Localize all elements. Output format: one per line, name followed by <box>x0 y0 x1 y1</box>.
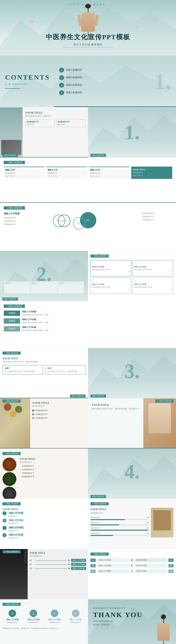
keyword-row-3: 关键词 请输入文字标题 请在这里输入您的文字内容，感谢 <box>4 326 172 332</box>
progress-half: 3. 请输入标题内容 YOUR TITLE 添加数据的文字 Subtitle h… <box>88 499 176 549</box>
row-final: 4. 请输入标题内容 1. 请输入文字标题 添加数据的文字 2. 请输入文字标题… <box>0 599 176 644</box>
diagram-header: 1. 请输入标题内容 <box>4 206 25 210</box>
row-section2: 添加文字 添加文字 添加文字 2. 请输入标题内容 2. 请输入标题内容 " 请… <box>0 251 176 301</box>
main-subtitle: 医疗工作汇报/教育报告 <box>0 43 176 46</box>
row-herbs2: 5. 请输入标题内容 YOUR TITLE 医疗系统的文字 → 添加数据的文字 … <box>0 449 176 499</box>
product-half: PRODUCT YOUR TITLE 医疗系统的文字 01 请输入文字标题 <box>0 549 88 599</box>
section-header-right: 请输入标题内容 <box>91 154 106 157</box>
herbs-half: YOUR TITLE 医疗系统的文字 添加数据的文字 添加数据的文字 <box>0 398 88 449</box>
quote-half: 2. 请输入标题内容 " 请输入文字标题 请在这里输入您的文字内容 " " 请输… <box>88 251 176 301</box>
card-4: YOUR TITLE 添加数据的文字 请输入说明文字 <box>131 167 172 179</box>
row-treatment: 3. 请输入标题内容 YOUR TITLE 1 请输入文字标题 添加数据的文字 … <box>0 499 176 549</box>
title-slide: 🌸 🌸 YOUR TITLE 精品模板 中医养生文化宣传PPT模板 医疗工作汇报… <box>0 0 176 55</box>
contents-slide: CONTENTS 目 录 DIRECTORY 1 请输入标题内容 2 请输入标题… <box>0 56 176 107</box>
row-3: YOUR TITLE 请添加领的文字说明，感恩的文字 添加数据的文字 请输入说明… <box>0 107 176 158</box>
keyword-row-2: 关键词 请输入文字标题 请在这里输入您的文字内容，感谢 <box>4 318 172 324</box>
main-title: 中医养生文化宣传PPT模板 <box>0 33 176 41</box>
section-number-1: 1. <box>124 122 140 142</box>
big-number: 1. <box>154 68 171 94</box>
card-3: 请输入文字 添加数据的文字 请输入说明文字 <box>89 167 130 179</box>
keyword-row-1: 关键词 请输入文字标题 请在这里输入您的文字内容，感谢 <box>4 310 172 316</box>
card-1: 请输入文字 添加数据的文字 请输入说明文字 <box>4 167 45 179</box>
treatment-half: YOUR TITLE 请在这里输入您的文字内容，感谢使用本模板，添加更多文字 3… <box>88 398 176 449</box>
section-number-3: 3. <box>124 361 140 381</box>
row-product: PRODUCT YOUR TITLE 医疗系统的文字 01 请输入文字标题 <box>0 549 176 599</box>
herbs2-half: 5. 请输入标题内容 YOUR TITLE 医疗系统的文字 → 添加数据的文字 … <box>0 449 88 499</box>
slides-container: 🌸 🌸 YOUR TITLE 精品模板 中医养生文化宣传PPT模板 医疗工作汇报… <box>0 0 176 644</box>
keyword-slide: 2. 请输入标题内容 关键词 请输入文字标题 请在这里输入您的文字内容，感谢 关… <box>0 301 176 348</box>
keyword-header: 2. 请输入标题内容 <box>4 305 25 308</box>
steps-half: 4. 请输入标题内容 1. 请输入文字标题 添加数据的文字 2. 请输入文字标题… <box>0 599 88 644</box>
section1-half: 1. 请输入标题内容 <box>88 107 176 158</box>
row-textboxes: 2. 请输入标题内容 YOUR TITLE 请在这里输入您的文字内容，感谢使用本… <box>0 348 176 398</box>
herbs-image <box>0 398 30 449</box>
treatment-list-half: 3. 请输入标题内容 YOUR TITLE 1 请输入文字标题 添加数据的文字 … <box>0 499 88 549</box>
cards-header: 1. 请输入标题内容 <box>4 161 25 164</box>
arrows-half: 4. 请输入标题内容 01 请输入文字标题 添加文字说明 04 02 请输入文字… <box>88 549 176 599</box>
text-boxes-half: 2. 请输入标题内容 YOUR TITLE 请在这里输入您的文字内容，感谢使用本… <box>0 348 88 398</box>
massage-image <box>0 107 23 158</box>
row-herbs: YOUR TITLE 医疗系统的文字 添加数据的文字 添加数据的文字 <box>0 398 176 449</box>
thankyou-half: 添加数据的文字 添加数据的文字 THANK YOU 日月是一 添加分享 <box>88 599 176 644</box>
footer-label-left: 请输入标题内容 <box>3 154 18 157</box>
cards-slide: 1. 请输入标题内容 请输入文字 添加数据的文字 请输入说明文字 请输入文字 添… <box>0 158 176 203</box>
slide1-top-label: YOUR TITLE 精品模板 <box>0 3 176 6</box>
person-image-right <box>143 398 176 449</box>
thank-you-title: THANK YOU <box>93 611 156 619</box>
card-2: 请输入文字 添加数据的文字 请输入说明文字 <box>46 167 87 179</box>
your-title-label: YOUR TITLE <box>25 111 85 114</box>
contents-subtitle: 目 录 DIRECTORY <box>5 83 49 86</box>
section3-half: 3. 请输入标题内容 <box>88 348 176 398</box>
contents-title: CONTENTS <box>5 74 49 81</box>
section4-half: 4. 请输入标题内容 <box>88 449 176 499</box>
section2-half: 添加文字 添加文字 添加文字 2. 请输入标题内容 <box>0 251 88 301</box>
diagram-slide: 1. 请输入标题内容 请输入文字标题 添加数据的文字 添加数据的文字 添加数据的… <box>0 203 176 251</box>
your-title-half: YOUR TITLE 请添加领的文字说明，感恩的文字 添加数据的文字 请输入说明… <box>0 107 88 158</box>
section-number-2: 2. <box>36 264 52 284</box>
